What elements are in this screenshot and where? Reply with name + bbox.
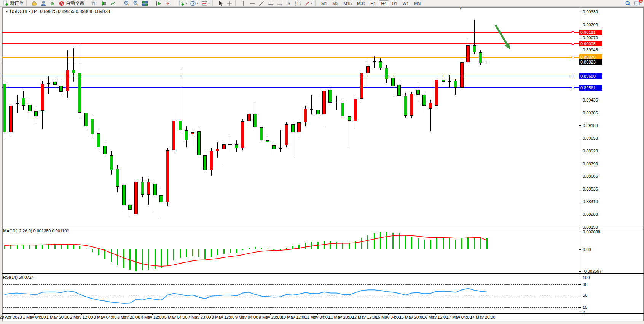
search-button[interactable]	[624, 0, 632, 7]
chart-shift-marker-icon[interactable]: ▼	[459, 6, 462, 10]
hline-0.89823[interactable]	[2, 62, 579, 62]
hline-endpoint-marker[interactable]	[572, 75, 574, 77]
hline-button[interactable]	[248, 0, 257, 7]
svg-text:T: T	[297, 1, 300, 6]
price-axis-label: 0.88790	[583, 162, 598, 166]
macd-histogram-bar	[386, 232, 387, 249]
zoom-out-button[interactable]	[132, 0, 140, 7]
timeframe-button-d1[interactable]: D1	[390, 0, 400, 6]
price-axis-tick	[579, 227, 581, 227]
price-axis-tick	[579, 113, 581, 113]
toolbar-separator	[174, 1, 176, 6]
cursor-button[interactable]	[216, 0, 225, 7]
timeframe-button-m15[interactable]: M15	[341, 0, 354, 6]
macd-histogram-bar	[324, 241, 325, 249]
hline-0.89680[interactable]	[2, 76, 579, 76]
macd-axis-tick	[579, 249, 581, 250]
hline-0.89561[interactable]	[2, 87, 579, 88]
hline-0.90005[interactable]	[2, 43, 579, 44]
shapes-button[interactable]: ▾	[303, 0, 314, 7]
periods-button[interactable]: ▾	[189, 0, 199, 7]
indicators-button[interactable]: ▾	[177, 0, 188, 7]
signal-icon	[49, 0, 56, 6]
panel-separator[interactable]	[2, 313, 644, 314]
macd-histogram-bar	[61, 245, 62, 249]
candle-bear	[260, 127, 263, 140]
autoscroll-icon	[156, 0, 162, 6]
time-axis-label: 17 May 20:00	[470, 315, 496, 319]
macd-histogram-bar	[54, 244, 56, 249]
channel-button[interactable]: F	[276, 0, 284, 7]
tile-windows-button[interactable]	[141, 0, 149, 7]
macd-histogram-bar	[249, 248, 250, 249]
price-level-badge-0.89561: 0.89561	[579, 85, 602, 91]
candle-bear	[391, 78, 395, 86]
timeframe-button-m30[interactable]: M30	[355, 0, 367, 6]
fibo-button[interactable]: E	[266, 0, 275, 7]
timeframe-button-h4[interactable]: H4	[379, 0, 389, 6]
new-order-button[interactable]: 新订单	[2, 0, 25, 7]
price-axis-label: 0.90200	[583, 22, 598, 27]
textlabel-button[interactable]: T	[294, 0, 302, 7]
svg-text:E: E	[272, 4, 274, 6]
toolbar-separator	[315, 1, 317, 6]
panel-separator[interactable]	[2, 275, 644, 275]
dropdown-caret-icon[interactable]: ▾	[208, 2, 210, 5]
hline-endpoint-marker[interactable]	[572, 43, 574, 45]
bar-chart-button[interactable]	[91, 0, 99, 7]
trendline-button[interactable]	[257, 0, 266, 7]
dropdown-caret-icon[interactable]: ▾	[185, 2, 187, 5]
rsi-axis-label: 15	[583, 305, 587, 310]
ohlc-expander-icon[interactable]: ▼	[5, 10, 8, 13]
candle-wick	[374, 56, 375, 68]
panel-separator[interactable]	[2, 273, 644, 274]
candle-bear	[272, 145, 276, 149]
hline-endpoint-marker[interactable]	[572, 31, 574, 33]
toolbar-separator	[87, 1, 89, 6]
timeframe-button-m1[interactable]: M1	[319, 0, 329, 6]
candle-bear	[116, 169, 119, 187]
dropdown-caret-icon[interactable]: ▾	[197, 2, 198, 5]
timeframe-button-w1[interactable]: W1	[400, 0, 411, 6]
macd-histogram-bar	[411, 237, 412, 249]
time-axis-label: 8 May 12:00	[212, 315, 235, 319]
timeframe-button-mn[interactable]: MN	[412, 0, 423, 6]
macd-histogram-bar	[455, 240, 456, 249]
timeframe-button-m5[interactable]: M5	[330, 0, 340, 6]
autoscroll-button[interactable]	[155, 0, 163, 7]
chart-shift-button[interactable]	[164, 0, 172, 7]
panel-separator[interactable]	[2, 229, 644, 229]
line-chart-button[interactable]	[109, 0, 117, 7]
toolbar-separator	[119, 1, 121, 6]
macd-histogram-bar	[4, 245, 5, 249]
candle-wick	[73, 48, 74, 82]
hline-endpoint-marker[interactable]	[572, 56, 574, 58]
crosshair-button[interactable]	[225, 0, 234, 7]
price-axis-tick	[579, 38, 581, 38]
panel-separator[interactable]	[2, 227, 644, 227]
autotrading-button[interactable]: 自动交易	[57, 0, 85, 7]
rsi-axis-tick	[579, 284, 581, 285]
hline-endpoint-marker[interactable]	[572, 87, 574, 89]
vline-button[interactable]	[239, 0, 247, 7]
rsi-axis-label: 100	[583, 275, 590, 280]
candle-bear	[141, 182, 144, 195]
main-toolbar: 新订单自动交易▾▾▾EFAT▾M1M5M15M30H1H4D1W1MN1	[0, 0, 644, 7]
macd-histogram-bar	[142, 249, 143, 270]
styler-button[interactable]	[30, 0, 38, 7]
signal-button[interactable]	[48, 0, 57, 7]
zoom-in-button[interactable]	[123, 0, 131, 7]
hline-0.89870[interactable]	[2, 57, 579, 58]
profile-button[interactable]	[39, 0, 48, 7]
notifications-button[interactable]: 1	[633, 0, 641, 7]
notification-badge: 1	[639, 0, 643, 3]
timeframe-button-h1[interactable]: H1	[368, 0, 378, 6]
templates-button[interactable]: ▾	[200, 0, 211, 7]
candle-chart-button[interactable]	[100, 0, 108, 7]
candle-bull	[322, 91, 326, 114]
text-button[interactable]: A	[285, 0, 293, 7]
hline-0.90121[interactable]	[2, 32, 579, 33]
candle-bear	[122, 185, 126, 206]
dropdown-caret-icon[interactable]: ▾	[311, 2, 312, 5]
macd-histogram-bar	[73, 245, 74, 249]
